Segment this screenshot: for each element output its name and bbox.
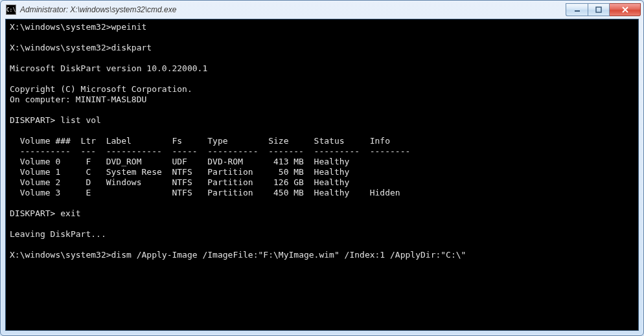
table-row: Volume 3 E NTFS Partition 450 MB Healthy… (10, 188, 400, 197)
svg-rect-0 (575, 10, 580, 12)
diskpart-computer: On computer: MININT-MASL8DU (10, 95, 146, 104)
minimize-button[interactable] (566, 3, 588, 16)
diskpart-copyright: Copyright (C) Microsoft Corporation. (10, 84, 192, 94)
command: list vol (60, 115, 101, 125)
diskpart-version: Microsoft DiskPart version 10.0.22000.1 (10, 63, 207, 73)
table-row: Volume 1 C System Rese NTFS Partition 50… (10, 167, 349, 177)
titlebar[interactable]: C:\ Administrator: X:\windows\system32\c… (1, 1, 643, 19)
close-button[interactable] (610, 3, 641, 16)
prompt: X:\windows\system32> (10, 22, 111, 32)
command: diskpart (111, 43, 152, 52)
cmd-icon: C:\ (6, 5, 16, 15)
diskpart-prompt: DISKPART> (10, 208, 55, 218)
prompt: X:\windows\system32> (10, 43, 111, 52)
maximize-button[interactable] (588, 3, 610, 16)
window-title: Administrator: X:\windows\system32\cmd.e… (20, 5, 562, 14)
table-divider: ---------- --- ----------- ----- -------… (10, 146, 410, 156)
terminal-output: X:\windows\system32>wpeinit X:\windows\s… (6, 19, 638, 263)
terminal-area[interactable]: X:\windows\system32>wpeinit X:\windows\s… (5, 19, 639, 331)
diskpart-leaving: Leaving DiskPart... (10, 229, 106, 239)
diskpart-prompt: DISKPART> (10, 115, 55, 125)
table-row: Volume 2 D Windows NTFS Partition 126 GB… (10, 177, 349, 187)
prompt: X:\windows\system32> (10, 250, 111, 260)
table-row: Volume 0 F DVD_ROM UDF DVD-ROM 413 MB He… (10, 157, 349, 166)
command: exit (60, 208, 80, 218)
command: wpeinit (111, 22, 147, 32)
command: dism /Apply-Image /ImageFile:"F:\MyImage… (111, 250, 466, 260)
svg-rect-1 (596, 7, 601, 12)
window-controls (566, 3, 641, 16)
table-header: Volume ### Ltr Label Fs Type Size Status… (10, 136, 390, 146)
cmd-window: C:\ Administrator: X:\windows\system32\c… (0, 0, 644, 336)
